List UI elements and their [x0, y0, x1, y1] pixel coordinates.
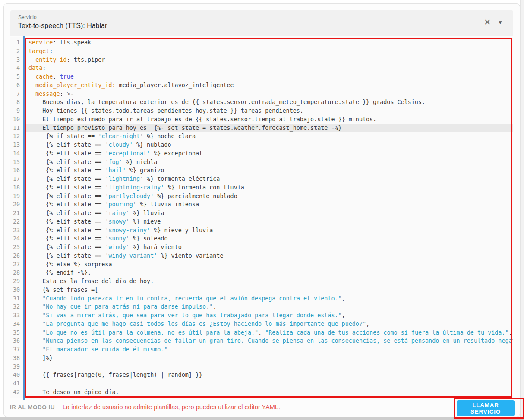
service-dev-tools-page: Servicio Text-to-speech (TTS): Hablar ✕ … — [0, 0, 524, 420]
code-line[interactable]: ]%} — [25, 354, 513, 363]
line-number: 19 — [10, 192, 23, 201]
code-line[interactable]: media_player_entity_id: media_player.alt… — [25, 81, 513, 90]
editor-code-area[interactable]: service: tts.speaktarget: entity_id: tts… — [25, 37, 513, 398]
code-line[interactable]: El tiempo previsto para hoy es {%- set s… — [25, 124, 513, 133]
code-line[interactable]: {% elif state == 'fog' %} niebla — [25, 158, 513, 167]
horizontal-scrollbar[interactable] — [0, 417, 524, 420]
line-number: 29 — [10, 277, 23, 286]
code-line[interactable]: {% elif state == 'snowy-rainy' %} nieve … — [25, 226, 513, 235]
line-number: 21 — [10, 209, 23, 218]
editor-gutter: 1234567891011121314151617181920212223242… — [10, 37, 23, 398]
code-line[interactable] — [25, 363, 513, 371]
code-line[interactable]: cache: true — [25, 73, 513, 81]
line-number: 15 — [10, 158, 23, 167]
card-footer: IR AL MODO IU La interfaz de usuario no … — [4, 398, 520, 417]
annotation-button-highlight: LLAMAR SERVICIO — [454, 398, 524, 419]
code-line[interactable]: {% elif state == 'snowy' %} nieve — [25, 218, 513, 226]
code-line[interactable]: Buenos días, la temperatura exterior es … — [25, 98, 513, 107]
line-number: 39 — [10, 363, 23, 371]
line-number: 14 — [10, 149, 23, 158]
line-number: 3 — [10, 56, 23, 64]
code-line[interactable]: {% elif state == 'partlycloudy' %} parci… — [25, 192, 513, 201]
line-number: 33 — [10, 311, 23, 320]
code-line[interactable]: "Si vas a mirar atrás, que sea para ver … — [25, 311, 513, 320]
line-number: 9 — [10, 107, 23, 115]
template-warning-text: La interfaz de usuario no admite plantil… — [63, 404, 280, 411]
line-number: 24 — [10, 234, 23, 243]
code-line[interactable] — [25, 379, 513, 388]
code-line[interactable]: {{ frases[range(0, frases|length) | rand… — [25, 371, 513, 379]
line-number: 34 — [10, 320, 23, 328]
code-line[interactable]: {% elif state == 'lightning' %} tormenta… — [25, 175, 513, 183]
code-line[interactable]: entity_id: tts.piper — [25, 56, 513, 64]
chevron-down-icon[interactable]: ▼ — [498, 19, 503, 25]
line-number: 1 — [10, 38, 23, 47]
line-number: 8 — [10, 98, 23, 107]
code-line[interactable]: {% elif state == 'hail' %} granizo — [25, 166, 513, 175]
code-line[interactable]: "Lo que no es útil para la colmena, no e… — [25, 328, 513, 337]
line-number: 11 — [10, 124, 23, 133]
line-number: 30 — [10, 286, 23, 294]
line-number: 16 — [10, 166, 23, 175]
code-line[interactable]: {% elif state == 'exceptional' %} excepc… — [25, 149, 513, 158]
code-line[interactable]: "El maracador se cuida de él mismo." — [25, 345, 513, 354]
call-service-button[interactable]: LLAMAR SERVICIO — [457, 400, 515, 416]
code-line[interactable]: Esta es la frase del día de hoy. — [25, 277, 513, 286]
line-number: 12 — [10, 132, 23, 141]
code-line[interactable]: target: — [25, 47, 513, 56]
code-line[interactable]: El tiempo estimado para ir al trabajo es… — [25, 115, 513, 124]
line-number: 6 — [10, 81, 23, 90]
service-selector[interactable]: Servicio Text-to-speech (TTS): Hablar ✕ … — [10, 10, 513, 36]
line-number: 35 — [10, 328, 23, 337]
code-line[interactable]: "La pregunta que me hago casi todos los … — [25, 320, 513, 328]
line-number: 28 — [10, 268, 23, 277]
go-to-ui-mode-button[interactable]: IR AL MODO IU — [6, 401, 58, 413]
call-service-card: Servicio Text-to-speech (TTS): Hablar ✕ … — [3, 3, 520, 417]
clear-icon[interactable]: ✕ — [484, 18, 491, 27]
line-number: 26 — [10, 252, 23, 260]
vertical-scrollbar[interactable] — [520, 0, 524, 420]
code-line[interactable]: service: tts.speak — [25, 38, 513, 47]
code-line[interactable]: {% set frases =[ — [25, 286, 513, 294]
code-line[interactable]: {% elif state == 'cloudy' %} nublado — [25, 141, 513, 149]
line-number: 20 — [10, 200, 23, 209]
code-line[interactable]: {% elif state == 'windy-variant' %} vien… — [25, 252, 513, 260]
code-line[interactable]: "No hay que ir para atrás ni para darse … — [25, 303, 513, 311]
line-number: 36 — [10, 337, 23, 345]
line-number: 31 — [10, 294, 23, 303]
line-number: 41 — [10, 379, 23, 388]
code-line[interactable]: Hoy tienes {{ states.todo.tareas_pendien… — [25, 107, 513, 115]
code-line[interactable]: message: >- — [25, 90, 513, 98]
line-number: 13 — [10, 141, 23, 149]
line-number: 23 — [10, 226, 23, 235]
line-number: 42 — [10, 388, 23, 397]
code-line[interactable]: {% elif state == 'rainy' %} lluvia — [25, 209, 513, 218]
code-line[interactable]: {% elif state == 'windy' %} hará viento — [25, 243, 513, 252]
code-line[interactable]: data: — [25, 64, 513, 73]
line-number: 17 — [10, 175, 23, 183]
code-line[interactable]: {% elif state == 'sunny' %} soleado — [25, 234, 513, 243]
code-line[interactable]: "Nunca pienso en las consecuencias de fa… — [25, 337, 513, 345]
line-number: 25 — [10, 243, 23, 252]
line-number: 40 — [10, 371, 23, 379]
service-field-label: Servicio — [18, 14, 506, 20]
service-field-icons: ✕ ▼ — [484, 18, 503, 27]
code-line[interactable]: Te deseo un épico día. — [25, 388, 513, 397]
line-number: 10 — [10, 115, 23, 124]
line-number: 18 — [10, 183, 23, 192]
code-line[interactable]: "Cuando todo parezca ir en tu contra, re… — [25, 294, 513, 303]
line-number: 7 — [10, 90, 23, 98]
line-number: 4 — [10, 64, 23, 73]
code-line[interactable]: {% endif -%}. — [25, 268, 513, 277]
code-line[interactable]: {% if state == 'clear-night' %} noche cl… — [25, 132, 513, 141]
line-number: 37 — [10, 345, 23, 354]
editor-cursor — [23, 36, 25, 400]
yaml-editor[interactable]: 1234567891011121314151617181920212223242… — [10, 37, 513, 398]
line-number: 38 — [10, 354, 23, 363]
line-number: 2 — [10, 47, 23, 56]
code-line[interactable]: {% else %} sorpresa — [25, 260, 513, 269]
code-line[interactable]: {% elif state == 'pouring' %} lluvia int… — [25, 200, 513, 209]
line-number: 27 — [10, 260, 23, 269]
service-field-value: Text-to-speech (TTS): Hablar — [18, 22, 506, 30]
code-line[interactable]: {% elif state == 'lightning-rainy' %} to… — [25, 183, 513, 192]
